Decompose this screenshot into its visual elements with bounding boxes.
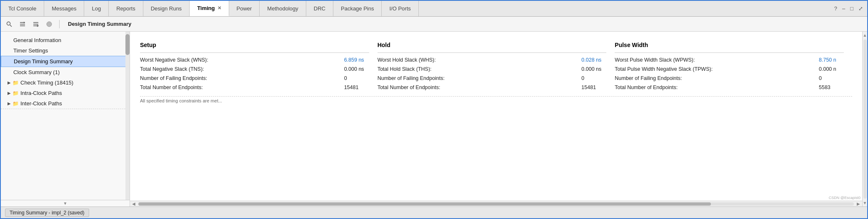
hold-row-ths: Total Hold Slack (THS): 0.000 ns [378, 65, 607, 74]
vscroll-up-arrow[interactable]: ▲ [863, 32, 867, 39]
tab-methodology[interactable]: Methodology [260, 1, 306, 16]
panel-with-scroll: Setup Worst Negative Slack (WNS): 6.859 … [130, 32, 867, 207]
tab-reports[interactable]: Reports [109, 1, 143, 16]
hold-failing-value: 0 [581, 75, 606, 81]
setup-failing-value: 0 [344, 75, 369, 81]
hold-row-whs: Worst Hold Slack (WHS): 0.028 ns [378, 55, 607, 65]
tab-io-ports[interactable]: I/O Ports [382, 1, 418, 16]
hold-total-label: Total Number of Endpoints: [378, 85, 579, 90]
sidebar: General Information Timer Settings Desig… [1, 32, 130, 207]
expand-arrow-check-timing: ▶ [8, 80, 11, 85]
expand-icon[interactable]: ⤢ [858, 5, 863, 12]
hscroll-left-arrow[interactable]: ◀ [131, 202, 137, 206]
setup-row-total: Total Number of Endpoints: 15481 [140, 83, 369, 92]
hscroll-thumb[interactable] [138, 202, 711, 206]
status-bar: Timing Summary - impl_2 (saved) [1, 207, 867, 218]
stop-button[interactable] [44, 19, 54, 29]
wns-value: 6.859 ns [344, 57, 369, 63]
setup-total-label: Total Number of Endpoints: [140, 85, 342, 90]
sidebar-scrollbar-thumb[interactable] [125, 34, 130, 55]
main-window: Tcl Console Messages Log Reports Design … [0, 0, 868, 219]
content-area: General Information Timer Settings Desig… [1, 32, 867, 207]
tab-messages[interactable]: Messages [44, 1, 84, 16]
pulse-width-header: Pulse Width [615, 39, 844, 53]
sidebar-scroll[interactable]: General Information Timer Settings Desig… [1, 32, 130, 200]
pw-total-label: Total Number of Endpoints: [615, 85, 816, 90]
toolbar-title: Design Timing Summary [68, 21, 131, 27]
expand-arrow-intra-clock: ▶ [8, 91, 11, 95]
sidebar-item-check-timing[interactable]: ▶ 📁 Check Timing (18415) [1, 77, 130, 88]
tab-package-pins[interactable]: Package Pins [333, 1, 382, 16]
tns-value: 0.000 ns [344, 66, 369, 72]
sidebar-item-timer-settings[interactable]: Timer Settings [1, 45, 130, 56]
ths-label: Total Hold Slack (THS): [378, 66, 579, 72]
folder-icon-inter: 📁 [13, 101, 19, 107]
sidebar-item-clock-summary[interactable]: Clock Summary (1) [1, 67, 130, 77]
svg-point-8 [47, 22, 52, 27]
hscroll-right-arrow[interactable]: ▶ [855, 202, 861, 206]
svg-point-0 [7, 22, 10, 25]
minimize-icon[interactable]: – [842, 5, 845, 12]
tns-label: Total Negative Slack (TNS): [140, 66, 342, 72]
search-button[interactable] [4, 19, 14, 29]
tab-bar: Tcl Console Messages Log Reports Design … [1, 1, 867, 17]
pw-failing-value: 0 [819, 75, 844, 81]
vscroll-track[interactable] [863, 40, 867, 199]
tab-close-timing[interactable]: ✕ [218, 5, 221, 11]
tab-tcl-console[interactable]: Tcl Console [1, 1, 44, 16]
hscroll-track[interactable] [138, 202, 854, 206]
maximize-icon[interactable]: □ [850, 5, 853, 12]
folder-icon-intra: 📁 [13, 90, 19, 96]
horizontal-scrollbar[interactable]: ◀ ▶ [130, 201, 862, 207]
hold-row-failing: Number of Failing Endpoints: 0 [378, 74, 607, 83]
tpws-value: 0.000 n [819, 66, 844, 72]
whs-label: Worst Hold Slack (WHS): [378, 57, 579, 63]
tab-drc[interactable]: DRC [306, 1, 333, 16]
tab-design-runs[interactable]: Design Runs [143, 1, 190, 16]
vscroll-down-arrow[interactable]: ▼ [863, 199, 867, 207]
hold-failing-label: Number of Failing Endpoints: [378, 75, 579, 81]
toolbar: Design Timing Summary [1, 17, 867, 32]
warning-folder-icon: 📁 [13, 80, 19, 86]
sidebar-item-intra-clock-paths[interactable]: ▶ 📁 Intra-Clock Paths [1, 88, 130, 98]
expand-all-button[interactable] [31, 19, 41, 29]
wpws-label: Worst Pulse Width Slack (WPWS): [615, 57, 816, 63]
setup-column: Setup Worst Negative Slack (WNS): 6.859 … [140, 39, 378, 92]
hold-row-total: Total Number of Endpoints: 15481 [378, 83, 607, 92]
wpws-value: 8.750 n [819, 57, 844, 63]
hold-header: Hold [378, 39, 607, 53]
pw-row-tpws: Total Pulse Width Negative Slack (TPWS):… [615, 65, 844, 74]
timing-grid: Setup Worst Negative Slack (WNS): 6.859 … [140, 39, 852, 92]
status-label: Timing Summary - impl_2 (saved) [5, 209, 89, 217]
tpws-label: Total Pulse Width Negative Slack (TPWS): [615, 66, 816, 72]
setup-header: Setup [140, 39, 369, 53]
hold-total-value: 15481 [581, 85, 606, 90]
help-icon[interactable]: ? [834, 5, 837, 12]
note-text: All specified timing constraints are met… [140, 96, 852, 103]
sidebar-item-inter-clock-paths[interactable]: ▶ 📁 Inter-Clock Paths [1, 98, 130, 109]
vertical-scrollbar[interactable]: ▲ ▼ [862, 32, 867, 207]
tab-log[interactable]: Log [84, 1, 109, 16]
setup-total-value: 15481 [344, 85, 369, 90]
sidebar-item-design-timing-summary[interactable]: Design Timing Summary [1, 56, 130, 67]
sidebar-scroll-down[interactable]: ▼ [1, 200, 130, 207]
collapse-all-button[interactable] [18, 19, 28, 29]
toolbar-separator [59, 20, 60, 28]
main-panel-content[interactable]: Setup Worst Negative Slack (WNS): 6.859 … [130, 32, 862, 201]
svg-line-1 [10, 25, 12, 27]
setup-row-tns: Total Negative Slack (TNS): 0.000 ns [140, 65, 369, 74]
pw-failing-label: Number of Failing Endpoints: [615, 75, 816, 81]
window-controls: ? – □ ⤢ [830, 1, 867, 16]
tab-timing[interactable]: Timing ✕ [190, 1, 229, 16]
main-panel: Setup Worst Negative Slack (WNS): 6.859 … [130, 32, 862, 207]
pw-row-total: Total Number of Endpoints: 5583 [615, 83, 844, 92]
watermark-text: CSDN @Escapist0 [829, 196, 860, 200]
pw-row-wpws: Worst Pulse Width Slack (WPWS): 8.750 n [615, 55, 844, 65]
setup-row-failing: Number of Failing Endpoints: 0 [140, 74, 369, 83]
wns-label: Worst Negative Slack (WNS): [140, 57, 342, 63]
expand-arrow-inter-clock: ▶ [8, 101, 11, 106]
tab-power[interactable]: Power [229, 1, 260, 16]
sidebar-item-general-info[interactable]: General Information [1, 35, 130, 45]
setup-row-wns: Worst Negative Slack (WNS): 6.859 ns [140, 55, 369, 65]
pw-total-value: 5583 [819, 85, 844, 90]
